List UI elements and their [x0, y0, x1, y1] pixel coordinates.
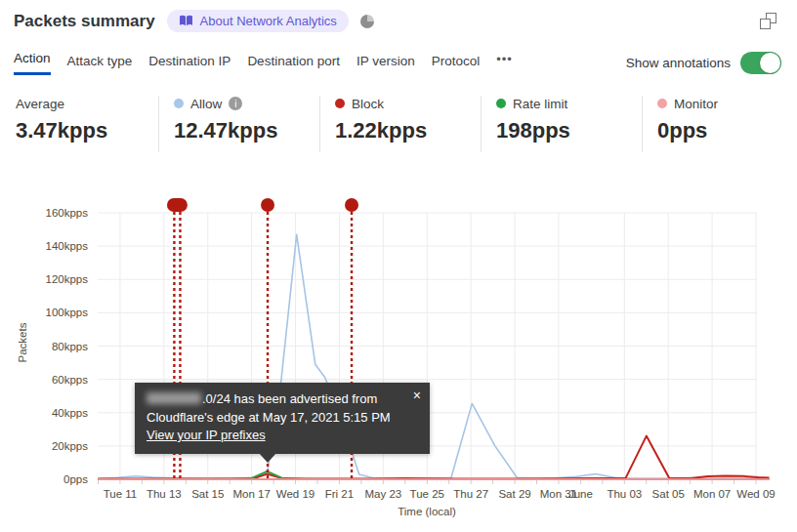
tooltip-arrow: [259, 453, 276, 463]
y-tick-label: 0pps: [0, 472, 88, 486]
y-tick-label: 120kpps: [0, 272, 88, 286]
annotation-marker-cluster[interactable]: [167, 198, 188, 212]
view-ip-prefixes-link[interactable]: View your IP prefixes: [147, 428, 266, 442]
y-axis-title: Packets: [17, 319, 30, 366]
y-tick-label: 80kpps: [0, 340, 88, 353]
y-tick-label: 60kpps: [0, 373, 88, 387]
x-tick-label: Wed 09: [723, 488, 789, 500]
annotation-marker[interactable]: [261, 198, 274, 212]
y-tick-label: 40kpps: [0, 406, 88, 420]
y-tick-label: 20kpps: [0, 439, 88, 453]
y-tick-label: 100kpps: [0, 306, 88, 319]
y-tick-label: 140kpps: [0, 239, 88, 253]
redacted-ip-prefix: [147, 392, 201, 404]
annotation-tooltip: × .0/24 has been advertised from Cloudfl…: [135, 383, 430, 454]
tooltip-line-1: .0/24 has been advertised from: [147, 390, 418, 409]
y-tick-label: 160kpps: [0, 206, 88, 220]
packets-summary-panel: Packets summary About Network Analytics …: [0, 0, 797, 532]
x-axis-title: Time (local): [378, 506, 476, 517]
tooltip-text-1: .0/24 has been advertised from: [202, 391, 377, 406]
tooltip-line-2: Cloudflare's edge at May 17, 2021 5:15 P…: [147, 409, 418, 428]
close-icon[interactable]: ×: [413, 387, 421, 405]
annotation-marker[interactable]: [345, 198, 358, 212]
